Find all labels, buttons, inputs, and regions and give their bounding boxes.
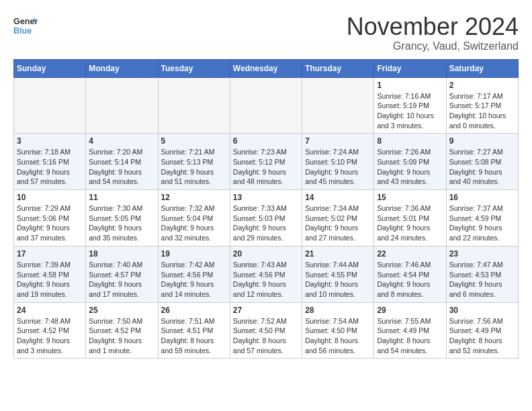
calendar-week-5: 24 Sunrise: 7:48 AM Sunset: 4:52 PM Dayl… [14,302,519,359]
table-row: 14 Sunrise: 7:34 AM Sunset: 5:02 PM Dayl… [302,190,374,246]
day-info: Sunrise: 7:23 AM Sunset: 5:12 PM Dayligh… [233,147,299,187]
header-wednesday: Wednesday [230,59,302,77]
table-row [230,77,302,134]
table-row [86,77,158,134]
logo-icon: GeneralBlue [13,13,38,38]
day-info: Sunrise: 7:32 AM Sunset: 5:04 PM Dayligh… [161,203,227,243]
day-number: 25 [89,306,154,315]
table-row: 26 Sunrise: 7:51 AM Sunset: 4:51 PM Dayl… [158,302,230,359]
table-row: 9 Sunrise: 7:27 AM Sunset: 5:08 PM Dayli… [446,134,518,190]
day-info: Sunrise: 7:47 AM Sunset: 4:53 PM Dayligh… [449,260,515,300]
table-row: 20 Sunrise: 7:43 AM Sunset: 4:56 PM Dayl… [230,246,302,302]
calendar-week-4: 17 Sunrise: 7:39 AM Sunset: 4:58 PM Dayl… [14,246,519,302]
day-number: 28 [305,306,371,315]
table-row: 25 Sunrise: 7:50 AM Sunset: 4:52 PM Dayl… [86,302,158,359]
day-info: Sunrise: 7:54 AM Sunset: 4:50 PM Dayligh… [305,316,371,356]
day-number: 6 [233,136,299,146]
day-number: 29 [377,306,443,315]
day-info: Sunrise: 7:20 AM Sunset: 5:14 PM Dayligh… [89,147,154,187]
table-row: 24 Sunrise: 7:48 AM Sunset: 4:52 PM Dayl… [14,302,86,359]
day-number: 10 [17,193,83,202]
day-number: 14 [305,193,371,202]
day-number: 19 [161,249,227,259]
day-number: 1 [377,81,443,90]
table-row: 2 Sunrise: 7:17 AM Sunset: 5:17 PM Dayli… [446,77,518,134]
header-tuesday: Tuesday [158,59,230,77]
day-number: 8 [377,136,443,146]
table-row: 12 Sunrise: 7:32 AM Sunset: 5:04 PM Dayl… [158,190,230,246]
table-row: 1 Sunrise: 7:16 AM Sunset: 5:19 PM Dayli… [374,77,446,134]
page-subtitle: Grancy, Vaud, Switzerland [347,40,519,52]
day-number: 2 [449,81,515,90]
day-info: Sunrise: 7:29 AM Sunset: 5:06 PM Dayligh… [17,203,83,243]
table-row: 4 Sunrise: 7:20 AM Sunset: 5:14 PM Dayli… [86,134,158,190]
header-sunday: Sunday [14,59,86,77]
table-row [302,77,374,134]
day-number: 22 [377,249,443,259]
day-info: Sunrise: 7:24 AM Sunset: 5:10 PM Dayligh… [305,147,371,187]
day-number: 23 [449,249,515,259]
header-monday: Monday [86,59,158,77]
title-block: November 2024 Grancy, Vaud, Switzerland [347,13,519,52]
day-info: Sunrise: 7:33 AM Sunset: 5:03 PM Dayligh… [233,203,299,243]
day-number: 26 [161,306,227,315]
table-row: 27 Sunrise: 7:52 AM Sunset: 4:50 PM Dayl… [230,302,302,359]
day-number: 7 [305,136,371,146]
day-info: Sunrise: 7:51 AM Sunset: 4:51 PM Dayligh… [161,316,227,356]
table-row: 6 Sunrise: 7:23 AM Sunset: 5:12 PM Dayli… [230,134,302,190]
day-number: 5 [161,136,227,146]
day-number: 20 [233,249,299,259]
day-number: 9 [449,136,515,146]
day-number: 12 [161,193,227,202]
page-header: GeneralBlue November 2024 Grancy, Vaud, … [13,13,519,52]
day-info: Sunrise: 7:43 AM Sunset: 4:56 PM Dayligh… [233,260,299,300]
day-number: 11 [89,193,154,202]
table-row: 5 Sunrise: 7:21 AM Sunset: 5:13 PM Dayli… [158,134,230,190]
day-info: Sunrise: 7:46 AM Sunset: 4:54 PM Dayligh… [377,260,443,300]
calendar-table: Sunday Monday Tuesday Wednesday Thursday… [13,59,519,359]
day-info: Sunrise: 7:34 AM Sunset: 5:02 PM Dayligh… [305,203,371,243]
day-info: Sunrise: 7:26 AM Sunset: 5:09 PM Dayligh… [377,147,443,187]
day-info: Sunrise: 7:48 AM Sunset: 4:52 PM Dayligh… [17,316,83,356]
table-row [14,77,86,134]
day-info: Sunrise: 7:37 AM Sunset: 4:59 PM Dayligh… [449,203,515,243]
day-info: Sunrise: 7:36 AM Sunset: 5:01 PM Dayligh… [377,203,443,243]
calendar-week-2: 3 Sunrise: 7:18 AM Sunset: 5:16 PM Dayli… [14,134,519,190]
calendar-header-row: Sunday Monday Tuesday Wednesday Thursday… [14,59,519,77]
table-row: 10 Sunrise: 7:29 AM Sunset: 5:06 PM Dayl… [14,190,86,246]
day-info: Sunrise: 7:21 AM Sunset: 5:13 PM Dayligh… [161,147,227,187]
table-row: 7 Sunrise: 7:24 AM Sunset: 5:10 PM Dayli… [302,134,374,190]
table-row: 29 Sunrise: 7:55 AM Sunset: 4:49 PM Dayl… [374,302,446,359]
day-number: 18 [89,249,154,259]
day-number: 17 [17,249,83,259]
logo: GeneralBlue [13,13,38,38]
calendar-week-3: 10 Sunrise: 7:29 AM Sunset: 5:06 PM Dayl… [14,190,519,246]
day-info: Sunrise: 7:30 AM Sunset: 5:05 PM Dayligh… [89,203,154,243]
day-info: Sunrise: 7:42 AM Sunset: 4:56 PM Dayligh… [161,260,227,300]
table-row: 21 Sunrise: 7:44 AM Sunset: 4:55 PM Dayl… [302,246,374,302]
day-number: 15 [377,193,443,202]
day-number: 21 [305,249,371,259]
svg-text:Blue: Blue [13,26,32,36]
table-row: 16 Sunrise: 7:37 AM Sunset: 4:59 PM Dayl… [446,190,518,246]
day-number: 27 [233,306,299,315]
table-row: 23 Sunrise: 7:47 AM Sunset: 4:53 PM Dayl… [446,246,518,302]
table-row [158,77,230,134]
day-info: Sunrise: 7:40 AM Sunset: 4:57 PM Dayligh… [89,260,154,300]
header-friday: Friday [374,59,446,77]
day-info: Sunrise: 7:27 AM Sunset: 5:08 PM Dayligh… [449,147,515,187]
day-info: Sunrise: 7:17 AM Sunset: 5:17 PM Dayligh… [449,91,515,131]
day-info: Sunrise: 7:16 AM Sunset: 5:19 PM Dayligh… [377,91,443,131]
table-row: 28 Sunrise: 7:54 AM Sunset: 4:50 PM Dayl… [302,302,374,359]
table-row: 8 Sunrise: 7:26 AM Sunset: 5:09 PM Dayli… [374,134,446,190]
header-saturday: Saturday [446,59,518,77]
day-info: Sunrise: 7:52 AM Sunset: 4:50 PM Dayligh… [233,316,299,356]
day-number: 16 [449,193,515,202]
day-number: 24 [17,306,83,315]
calendar-week-1: 1 Sunrise: 7:16 AM Sunset: 5:19 PM Dayli… [14,77,519,134]
day-info: Sunrise: 7:18 AM Sunset: 5:16 PM Dayligh… [17,147,83,187]
table-row: 18 Sunrise: 7:40 AM Sunset: 4:57 PM Dayl… [86,246,158,302]
day-info: Sunrise: 7:55 AM Sunset: 4:49 PM Dayligh… [377,316,443,356]
day-number: 3 [17,136,83,146]
table-row: 17 Sunrise: 7:39 AM Sunset: 4:58 PM Dayl… [14,246,86,302]
